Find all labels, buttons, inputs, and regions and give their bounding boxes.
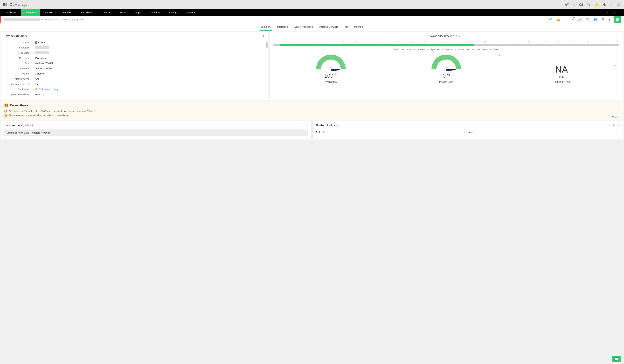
search-icon[interactable]: 🔍 <box>587 3 591 6</box>
expand-icon[interactable]: ⤢ <box>306 124 308 126</box>
tab-ad[interactable]: AD <box>344 24 349 31</box>
nav-item-inventory[interactable]: Inventory <box>21 9 40 16</box>
custom-fields-card: Custom Fields? + ✎ ↻ ⤢ Field Name Value <box>312 121 623 139</box>
nav-prev-icon[interactable]: ‹ <box>604 9 611 16</box>
tab-installed-software[interactable]: Installed Software <box>318 24 339 31</box>
nav-item-network[interactable]: Network <box>40 9 58 16</box>
recent-alarms-card: 🔔 Recent Alarms ✕OS Processor Queue Leng… <box>1 101 623 120</box>
nav-item-reports[interactable]: Reports <box>182 9 200 16</box>
nav-item-apps[interactable]: Apps <box>131 9 145 16</box>
device-summary-title: Device Summary <box>5 34 27 38</box>
availability-subtitle: (Today) <box>455 35 463 37</box>
alarm-icon[interactable]: 🔔 <box>557 18 560 21</box>
chart-icon[interactable] <box>549 18 552 21</box>
legend-item: Dependent Unavailable <box>428 48 452 50</box>
gauges-row: 100 % Availability ⚙ 0 % Packet Loss ⚙ N… <box>273 53 619 83</box>
add-icon[interactable]: + <box>298 124 299 126</box>
device-tabs: SummaryInterfacesActive ProcessesInstall… <box>0 24 624 31</box>
custom-fields-title: Custom Fields <box>316 124 335 127</box>
availability-title: Availability Timeline <box>430 34 454 38</box>
headset-icon[interactable]: 🎧 <box>579 3 583 6</box>
summary-label: Poll Using <box>5 56 34 61</box>
gear-icon[interactable]: ⚙ <box>610 3 613 6</box>
severity-icon: ✕ <box>4 110 7 113</box>
nav-item-settings[interactable]: Settings <box>164 9 182 16</box>
plug-icon[interactable]: 🔌 <box>602 3 606 6</box>
monitor-icon[interactable]: 🖥 <box>601 18 604 21</box>
tab-interfaces[interactable]: Interfaces <box>277 24 288 31</box>
avatar[interactable] <box>616 2 621 7</box>
legend-item: Not Monitored <box>483 48 498 50</box>
summary-label: Monitoring Via <box>5 76 34 81</box>
summary-label: Status <box>5 40 34 45</box>
summary-value: Microsoft <box>35 71 264 76</box>
alarm-bell-icon: 🔔 <box>4 103 8 107</box>
gauge-config-icon[interactable]: ⚙ <box>498 53 501 56</box>
device-name-redacted <box>4 18 40 21</box>
gauge-response-time: ⚙ NA ms Response Time <box>504 64 619 83</box>
terminal-icon[interactable]: ▮ <box>608 18 610 21</box>
legend-item: Up Time <box>394 48 404 50</box>
nav-item-alarms[interactable]: Alarms <box>99 9 116 16</box>
topo-icon[interactable]: ⬚ <box>564 18 567 21</box>
expand-icon[interactable]: ⤢ <box>618 124 620 126</box>
topbar-left: OpManager <box>3 2 29 7</box>
summary-value[interactable]: 🔑Click here to change <box>35 87 264 92</box>
tab-active-processes[interactable]: Active Processes <box>293 24 313 31</box>
link-icon[interactable]: 🔗 <box>578 18 582 21</box>
summary-value: ✕Critical <box>35 40 264 45</box>
help-icon[interactable]: ? <box>336 124 339 127</box>
summary-value: IP Address <box>35 56 264 61</box>
summary-label: Credentials <box>5 87 34 92</box>
summary-label: Vendor <box>5 71 34 76</box>
nav-item-dashboard[interactable]: Dashboard <box>0 9 21 16</box>
nav-next-icon[interactable]: › <box>611 9 618 16</box>
key-icon: 🔑 <box>35 88 37 91</box>
legend-item: Down Time <box>468 48 480 50</box>
scrollbar[interactable]: ▾ <box>266 42 268 98</box>
summary-label: Type <box>5 61 34 66</box>
nav-item-workflow[interactable]: Workflow <box>145 9 164 16</box>
presentation-icon[interactable]: ▭ <box>572 3 575 6</box>
gauge-config-icon[interactable]: ⚙ <box>614 64 616 67</box>
summary-label: Monitoring Interval <box>5 82 34 87</box>
nav-item-virtualization[interactable]: Virtualization <box>76 9 99 16</box>
custom-dials-title: Custom Dials <box>4 124 22 127</box>
add-icon[interactable]: + <box>605 124 606 126</box>
summary-value: 5 mins <box>35 82 264 87</box>
nav-more-icon[interactable]: ⋮ <box>618 9 624 16</box>
activity-icon[interactable] <box>586 18 589 21</box>
recent-alarms-title: Recent Alarms <box>10 104 28 107</box>
apps-grid-icon[interactable] <box>3 3 6 6</box>
refresh-icon[interactable]: ↻ <box>302 124 304 126</box>
nav-item-servers[interactable]: Servers <box>58 9 76 16</box>
rocket-icon[interactable]: 🚀 <box>565 3 569 6</box>
tab-summary[interactable]: Summary <box>260 24 272 31</box>
tab-monitors[interactable]: Monitors <box>354 24 364 31</box>
legend-item: On Hold <box>455 48 465 50</box>
summary-label: Uplink Dependency <box>5 92 34 97</box>
summary-value: ICMP <box>35 76 264 81</box>
refresh-icon[interactable]: ↻ <box>613 124 615 126</box>
bell-icon[interactable]: 🔔 <box>594 3 598 6</box>
fields-col-value: Value <box>468 131 620 134</box>
summary-label: DNS Name <box>5 50 34 55</box>
summary-value <box>35 45 264 50</box>
mail-icon[interactable]: ✉ <box>572 18 574 21</box>
edit-icon[interactable]: ✎ <box>609 124 610 126</box>
edit-icon[interactable]: ✎ <box>262 35 265 38</box>
alarms-more-link[interactable]: More>> <box>612 116 620 119</box>
help-icon[interactable]: ? <box>41 93 44 96</box>
hamburger-button[interactable]: ☰ <box>614 16 621 23</box>
device-summary-card: Device Summary ✎ Status✕CriticalIPAddres… <box>1 32 268 100</box>
nav-item-maps[interactable]: Maps <box>116 9 131 16</box>
breadcrumb: DomainController | Windows 2008 R2 | WMI <box>4 18 83 21</box>
topbar: OpManager 🚀 ▭ 🎧 🔍 🔔 🔌 ⚙ <box>0 0 624 9</box>
custom-dials-nodata: [No Data] <box>23 124 33 126</box>
severity-icon: !! <box>4 114 7 117</box>
subheader: DomainController | Windows 2008 R2 | WMI… <box>0 16 624 24</box>
alarm-row[interactable]: !!The remote server machine does not exi… <box>4 113 620 118</box>
alarm-row[interactable]: ✕OS Processor Queue Length is 15 Queue, … <box>4 109 620 113</box>
globe-icon[interactable]: 🌐 <box>593 18 597 21</box>
timeline-legend: Up TimeOn MaintenanceDependent Unavailab… <box>273 48 619 50</box>
